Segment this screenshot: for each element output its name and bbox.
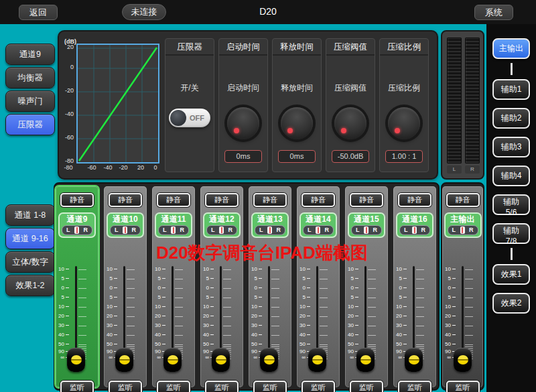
channel-lr-meter: L R (303, 225, 334, 235)
output-nav-item-辅助5/6[interactable]: 辅助5/6 (492, 194, 530, 215)
meter-left-label: L (447, 166, 462, 174)
channel-lr-meter: L R (255, 225, 285, 235)
mute-button[interactable]: 静音 (350, 193, 383, 207)
bank-nav-item-通道 9-16[interactable]: 通道 9-16 (5, 228, 55, 249)
listen-button[interactable]: 监听 (109, 381, 142, 392)
fader-knob[interactable] (212, 348, 230, 372)
listen-button[interactable]: 监听 (253, 381, 287, 392)
listen-button[interactable]: 监听 (205, 381, 239, 392)
fader: 10505102030405090∞ (56, 262, 98, 374)
fader-knob[interactable] (163, 348, 182, 372)
process-nav-item-噪声门[interactable]: 噪声门 (5, 90, 55, 112)
param-label: 启动时间 (227, 82, 259, 94)
mute-button[interactable]: 静音 (253, 193, 287, 207)
compressor-panel: (dB) 200-20-40-60-80 -80-60-40-20200 压限器… (58, 30, 438, 180)
attack-time-knob[interactable] (227, 107, 259, 139)
listen-button[interactable]: 监听 (60, 381, 94, 392)
fader-scale-tick: 50 (104, 342, 117, 347)
mute-button[interactable]: 静音 (398, 193, 431, 207)
fader-scale-tick: 10 (56, 267, 69, 272)
fader-knob[interactable] (260, 348, 278, 372)
listen-button[interactable]: 监听 (446, 381, 480, 392)
channel-label-box[interactable]: 通道12 L R (203, 212, 241, 238)
bank-nav-item-立体/数字[interactable]: 立体/数字 (5, 251, 55, 273)
output-nav-item-辅助4[interactable]: 辅助4 (492, 166, 530, 186)
fader-scale-tick: 5 (393, 295, 407, 300)
fader-scale-tick: 20 (345, 314, 358, 319)
process-nav-item-均衡器[interactable]: 均衡器 (5, 67, 55, 88)
fader-knob[interactable] (308, 348, 326, 372)
mute-button[interactable]: 静音 (60, 193, 94, 207)
channel-label-box[interactable]: 通道10 L R (107, 212, 144, 238)
column-header: 压限器 (165, 39, 214, 56)
output-nav-item-辅助7/8[interactable]: 辅助7/8 (492, 223, 530, 244)
master-strip: 静音 主输出 L R 10505102030405090∞ 监听 (442, 186, 483, 387)
ratio-value[interactable]: 1.00 : 1 (385, 150, 423, 163)
output-nav-item-效果1[interactable]: 效果1 (492, 264, 530, 285)
fader-scale-tick: 5 (200, 276, 214, 281)
channel-label-box[interactable]: 主输出 L R (444, 212, 482, 238)
fader-scale-tick: 10 (249, 304, 262, 310)
release-time-knob[interactable] (281, 107, 313, 139)
release-time-value[interactable]: 0ms (278, 150, 316, 163)
ratio-column: 压缩比例 压缩比例 1.00 : 1 (379, 38, 429, 172)
fader-scale-tick: 0 (442, 285, 456, 291)
channel-label-box[interactable]: 通道11 L R (155, 212, 192, 238)
mute-button[interactable]: 静音 (302, 193, 335, 207)
bank-nav-item-通道 1-8[interactable]: 通道 1-8 (5, 204, 55, 226)
listen-button[interactable]: 监听 (157, 381, 190, 392)
process-nav-item-压限器[interactable]: 压限器 (5, 114, 55, 135)
fader-knob[interactable] (454, 348, 472, 372)
process-nav-item-通道9[interactable]: 通道9 (5, 44, 55, 65)
fader-scale-tick: 5 (297, 276, 310, 281)
channel-label-box[interactable]: 通道16 L R (396, 212, 433, 238)
attack-time-value[interactable]: 0ms (224, 150, 262, 163)
output-nav-item-辅助2[interactable]: 辅助2 (492, 108, 530, 129)
compressor-switch-column: 压限器 开/关 OFF (165, 38, 214, 172)
channel-label-box[interactable]: 通道14 L R (299, 212, 337, 238)
fader: 10505102030405090∞ (297, 262, 340, 374)
fader-scale-tick: 5 (104, 276, 117, 281)
param-label: 释放时间 (281, 82, 313, 94)
ratio-knob[interactable] (388, 107, 420, 139)
channel-label-box[interactable]: 通道15 L R (348, 212, 385, 238)
fader-knob-cap (264, 355, 275, 365)
channel-lr-meter: L R (399, 225, 430, 235)
fader-knob[interactable] (67, 348, 85, 372)
threshold-column: 压缩阀值 压缩阀值 -50.0dB (326, 38, 375, 172)
fader-knob[interactable] (115, 348, 133, 372)
channel-lr-meter: L R (206, 225, 237, 235)
listen-button[interactable]: 监听 (398, 381, 431, 392)
app-title: D20 (0, 6, 536, 17)
channel-name: 通道11 (156, 215, 191, 224)
channel-name: 通道10 (108, 215, 143, 224)
graph-y-tick: -60 (59, 134, 74, 141)
fader-ladder (127, 269, 135, 345)
channel-label-box[interactable]: 通道13 L R (251, 212, 289, 238)
threshold-value[interactable]: -50.0dB (332, 150, 369, 163)
fader-scale-tick: 20 (56, 314, 69, 319)
knob-indicator-dot (234, 128, 239, 133)
output-nav-item-主输出[interactable]: 主输出 (492, 38, 530, 59)
output-nav-item-效果2[interactable]: 效果2 (492, 293, 530, 314)
fader-knob[interactable] (356, 348, 375, 372)
mute-button[interactable]: 静音 (109, 193, 142, 207)
bank-nav-item-效果1-2[interactable]: 效果1-2 (5, 275, 55, 296)
mute-button[interactable]: 静音 (157, 193, 190, 207)
fader: 10505102030405090∞ (249, 262, 291, 374)
mute-button[interactable]: 静音 (205, 193, 239, 207)
fader: 10505102030405090∞ (152, 262, 195, 374)
output-nav-item-辅助1[interactable]: 辅助1 (492, 79, 530, 100)
mini-meter (123, 226, 127, 234)
system-button[interactable]: 系统 (474, 5, 513, 20)
compressor-on-off-toggle[interactable]: OFF (169, 109, 210, 127)
threshold-knob[interactable] (334, 107, 366, 139)
channel-label-box[interactable]: 通道9 L R (58, 212, 96, 238)
listen-button[interactable]: 监听 (302, 381, 335, 392)
output-nav-item-辅助3[interactable]: 辅助3 (492, 137, 530, 157)
fader-knob[interactable] (405, 348, 423, 372)
listen-button[interactable]: 监听 (350, 381, 383, 392)
fader-scale-tick: 20 (104, 314, 117, 319)
mute-button[interactable]: 静音 (446, 193, 480, 207)
master-meter-left (447, 38, 462, 164)
